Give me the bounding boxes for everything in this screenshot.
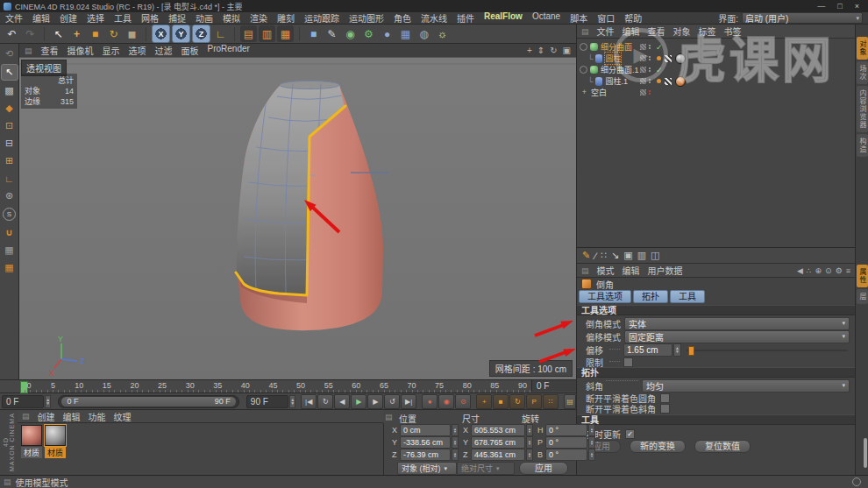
coordinate-mode-dropdown[interactable]: 对象 (相对)▾: [397, 462, 457, 475]
menu-item[interactable]: 渲染: [250, 11, 267, 25]
maximize-button[interactable]: □: [837, 2, 842, 11]
side-tab[interactable]: 属性: [857, 265, 868, 287]
rotation-b-field[interactable]: 0 °: [545, 449, 587, 461]
offset-slider[interactable]: [687, 344, 848, 356]
viewport-filter-icon[interactable]: ⊛: [2, 188, 18, 203]
layer-box[interactable]: [640, 89, 646, 95]
coordinates-apply-button[interactable]: 应用: [519, 462, 568, 475]
add-spline-icon[interactable]: ✎: [324, 25, 340, 42]
section-header-tool[interactable]: 工具: [577, 414, 855, 425]
close-button[interactable]: ×: [855, 2, 859, 11]
position-x-field[interactable]: 0 cm: [400, 424, 451, 436]
previous-frame-button[interactable]: ◀: [334, 394, 350, 409]
bars-icon[interactable]: ▥: [637, 250, 646, 261]
goto-end-button[interactable]: ▶|: [401, 394, 416, 409]
material-tag-icon[interactable]: [675, 76, 686, 87]
size-z-field[interactable]: 445.361 cm: [471, 449, 525, 461]
realtime-update-checkbox[interactable]: ✓: [625, 429, 635, 439]
material-preview-sphere[interactable]: [45, 425, 66, 446]
menu-item[interactable]: 运动图形: [349, 11, 384, 25]
material-item-gray[interactable]: 材质: [45, 425, 66, 458]
end-frame-field[interactable]: 90 F: [246, 395, 288, 408]
brush-icon[interactable]: ✎: [582, 250, 590, 261]
key-position-button[interactable]: +: [476, 394, 492, 409]
side-tab[interactable]: 场次: [857, 61, 868, 84]
key-parameter-button[interactable]: P: [526, 394, 542, 409]
side-tab[interactable]: 对象: [857, 37, 868, 60]
tab-tool-options[interactable]: 工具选项: [579, 290, 631, 303]
rotation-p-field[interactable]: 0 °: [545, 436, 587, 449]
om-menu-item[interactable]: 书签: [724, 25, 742, 38]
key-pla-button[interactable]: ∷: [543, 394, 559, 409]
add-primitive-icon[interactable]: ■: [305, 25, 322, 42]
polygons-mode-icon[interactable]: ⊞: [2, 153, 18, 168]
cube-icon[interactable]: ▣: [623, 250, 632, 261]
add-subdivision-icon[interactable]: ◉: [342, 25, 359, 42]
visibility-dots[interactable]: [649, 56, 651, 60]
material-menu-item[interactable]: 创建: [38, 410, 55, 423]
material-item-pink[interactable]: 材质: [21, 425, 42, 458]
new-transform-button[interactable]: 新的变换: [630, 440, 686, 453]
attr-menu-item[interactable]: 用户数据: [648, 264, 683, 277]
menu-item[interactable]: 动画: [196, 11, 213, 25]
attribute-scrollbar[interactable]: [864, 438, 867, 468]
size-y-field[interactable]: 678.765 cm: [471, 436, 525, 449]
redo-icon[interactable]: ↷: [22, 25, 39, 42]
points-icon[interactable]: ∷: [601, 250, 607, 261]
add-metaball-icon[interactable]: ●: [379, 25, 395, 42]
minimize-button[interactable]: —: [817, 2, 825, 11]
rotate-tool-icon[interactable]: ↻: [105, 25, 122, 42]
menu-item[interactable]: 流水线: [421, 11, 447, 25]
end-frame-spinner[interactable]: [289, 395, 295, 408]
limit-checkbox[interactable]: [623, 357, 633, 367]
selection-tag-icon[interactable]: [657, 79, 661, 83]
menu-item[interactable]: 脚本: [570, 11, 587, 25]
key-scale-button[interactable]: ■: [493, 394, 509, 409]
render-view-icon[interactable]: ▤: [240, 25, 257, 42]
enabled-check-icon[interactable]: ✓: [656, 66, 663, 74]
maximize-view-icon[interactable]: ▣: [563, 46, 571, 55]
om-menu-item[interactable]: 文件: [597, 25, 615, 38]
material-menu-item[interactable]: 纹理: [114, 410, 132, 423]
play-button[interactable]: ▶: [351, 394, 366, 409]
current-frame-box[interactable]: 0 F: [531, 380, 576, 392]
coordinate-system-icon[interactable]: ∟: [212, 25, 229, 42]
lock-x-button[interactable]: X: [152, 25, 170, 43]
history-icon[interactable]: ∴: [807, 266, 812, 275]
texture-mode-icon[interactable]: ▩: [2, 83, 18, 98]
miter-dropdown[interactable]: 均匀 ▾: [642, 379, 850, 393]
pen-icon[interactable]: ∕: [594, 251, 596, 261]
start-frame-field[interactable]: 0 F: [2, 395, 44, 408]
uvw-tag-icon[interactable]: [665, 78, 672, 85]
viewport-menu-item[interactable]: ProRender: [208, 44, 250, 57]
lock-y-button[interactable]: Y: [172, 25, 190, 43]
pan-view-icon[interactable]: +: [527, 46, 532, 55]
position-y-field[interactable]: -338.56 cm: [400, 436, 451, 449]
menu-item[interactable]: 捕捉: [168, 11, 186, 25]
viewport-canvas[interactable]: Y Z X: [19, 44, 576, 379]
offset-spinner[interactable]: [673, 343, 681, 357]
scale-tool-icon[interactable]: ■: [87, 25, 103, 42]
selection-tag-icon[interactable]: [657, 56, 661, 60]
bevel-mode-dropdown[interactable]: 实体 ▾: [624, 317, 850, 330]
visibility-dots[interactable]: [649, 45, 651, 49]
lock-icon[interactable]: ⊙: [825, 266, 832, 275]
keyframe-selection-button[interactable]: ⊙: [455, 394, 471, 409]
search-icon[interactable]: ⊕: [815, 266, 822, 275]
om-menu-item[interactable]: 编辑: [623, 25, 640, 38]
menu-item[interactable]: 模拟: [223, 11, 240, 25]
menu-item[interactable]: 选择: [87, 11, 104, 25]
menu-item[interactable]: 窗口: [597, 11, 615, 25]
viewport-menu-item[interactable]: 查看: [41, 44, 59, 57]
zoom-view-icon[interactable]: ⇕: [537, 46, 544, 55]
motion-system-button[interactable]: ▤: [564, 394, 576, 409]
om-menu-item[interactable]: 查看: [648, 25, 665, 38]
workplane-lock-icon[interactable]: ▦: [2, 243, 18, 258]
offset-value-field[interactable]: 1.65 cm: [623, 343, 672, 357]
section-header-topology[interactable]: 拓扑: [577, 367, 855, 378]
key-rotation-button[interactable]: ↻: [509, 394, 525, 409]
menu-item[interactable]: 角色: [394, 11, 411, 25]
render-settings-icon[interactable]: ▦: [277, 25, 294, 42]
render-picture-viewer-icon[interactable]: ▥: [259, 25, 275, 42]
attr-menu-item[interactable]: 模式: [597, 264, 615, 277]
